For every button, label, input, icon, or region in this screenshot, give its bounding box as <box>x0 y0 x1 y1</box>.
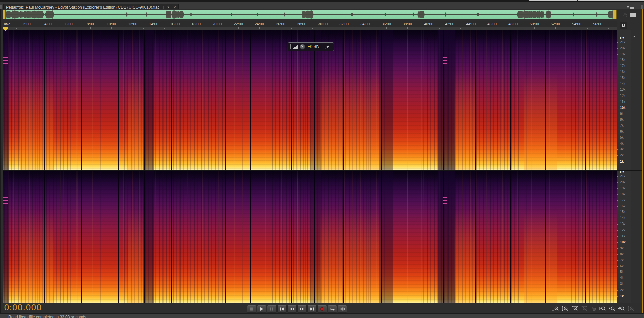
volume-unit-label: dB <box>314 45 319 49</box>
ruler-tick <box>355 28 355 29</box>
hot-zone <box>320 30 381 170</box>
ruler-time-label: 34:00 <box>360 22 370 26</box>
track-gap <box>118 30 119 170</box>
ruler-time-label: 46:00 <box>487 22 497 26</box>
scale-menu-chevron-icon[interactable] <box>633 36 636 37</box>
frequency-tick <box>617 236 618 237</box>
skip-to-start-button[interactable] <box>277 305 287 313</box>
ruler-time-label: 8:00 <box>87 22 94 26</box>
ruler-time-label: 6:00 <box>65 22 72 26</box>
ruler-time-label: 50:00 <box>530 22 539 26</box>
frequency-label: 17k <box>620 198 625 202</box>
skip-back-icon <box>279 307 285 311</box>
track-gap <box>545 30 546 170</box>
frequency-label: 3k <box>620 147 624 151</box>
snap-magnet-button[interactable] <box>620 22 627 29</box>
track-gap <box>250 30 251 170</box>
volume-knob[interactable] <box>300 44 305 50</box>
ruler-tick <box>397 28 397 29</box>
frequency-label: 20k <box>620 180 625 184</box>
tone-marker <box>443 63 447 64</box>
magnifier-icon <box>617 306 626 312</box>
frequency-label: 11k <box>620 100 625 104</box>
frequency-tick <box>617 278 618 278</box>
record-button[interactable] <box>317 305 327 313</box>
frequency-tick <box>617 224 618 225</box>
frequency-label: 1k <box>620 294 624 298</box>
frequency-tick <box>617 284 618 284</box>
frequency-tick <box>617 60 618 60</box>
frequency-tick <box>617 78 618 78</box>
spectrogram-channel-right[interactable] <box>3 171 617 303</box>
navigator-right-handle[interactable] <box>613 10 617 19</box>
zoom-in-at-in-point-button[interactable] <box>599 306 607 312</box>
frequency-label: 4k <box>620 276 624 280</box>
play-button[interactable] <box>257 305 266 313</box>
zoom-out-time-button[interactable] <box>580 306 588 312</box>
frequency-tick <box>617 248 618 249</box>
hud-grip-icon[interactable] <box>290 44 291 49</box>
ruler-tick <box>577 27 577 29</box>
quiet-zone <box>310 171 321 303</box>
frequency-label: 12k <box>620 228 625 232</box>
zoom-in-amplitude-button[interactable] <box>552 306 560 312</box>
skip-selection-button[interactable] <box>338 305 347 313</box>
pause-icon <box>269 307 275 311</box>
zoom-in-at-out-point-button[interactable] <box>608 306 616 312</box>
navigator-menu-icon[interactable] <box>630 13 636 17</box>
ruler-tick <box>365 27 365 29</box>
navigator-left-handle[interactable] <box>3 10 6 19</box>
ruler-tick <box>69 27 69 29</box>
ruler-time-label: 54:00 <box>572 22 581 26</box>
timeline-ruler[interactable]: чмс 2:004:006:008:0010:0012:0014:0016:00… <box>3 21 617 29</box>
frequency-tick <box>617 242 618 243</box>
ruler-tick <box>291 28 292 29</box>
pause-button[interactable] <box>267 305 277 313</box>
zoom-navigator[interactable] <box>3 10 617 19</box>
frequency-unit-label: Hz <box>620 170 624 174</box>
ruler-tick <box>386 27 387 29</box>
magnifier-icon <box>552 306 560 312</box>
skip-selection-icon <box>340 307 345 311</box>
ruler-tick <box>90 27 91 29</box>
rewind-button[interactable] <box>287 305 297 313</box>
magnifier-icon <box>620 12 628 18</box>
track-gap <box>144 30 145 170</box>
time-display[interactable]: 0:00.000 <box>4 303 42 313</box>
track-gap <box>381 30 382 170</box>
frequency-tick <box>617 54 618 55</box>
frequency-label: 7k <box>620 258 624 262</box>
ruler-tick <box>38 28 38 29</box>
frequency-label: 10k <box>620 106 626 110</box>
navigator-zoom-out-icon[interactable] <box>620 12 628 19</box>
pin-icon[interactable] <box>325 45 330 49</box>
volume-value[interactable]: +0 <box>308 44 312 49</box>
zoom-to-selection-button[interactable] <box>617 306 626 312</box>
zoom-out-amplitude-button[interactable] <box>561 306 569 312</box>
magnifier-icon <box>599 306 607 312</box>
frequency-tick <box>617 120 618 120</box>
ruler-tick <box>259 27 260 29</box>
magnifier-icon <box>589 306 597 312</box>
ruler-tick <box>175 27 175 29</box>
frequency-tick <box>617 149 618 150</box>
ruler-tick <box>80 28 80 29</box>
loop-playback-button[interactable] <box>328 305 337 313</box>
frequency-label: 11k <box>620 234 625 238</box>
frequency-label: 2k <box>620 153 624 157</box>
frequency-label: 19k <box>620 186 625 190</box>
frequency-label: 3k <box>620 282 624 286</box>
track-gap <box>291 171 292 303</box>
fast-forward-button[interactable] <box>297 305 307 313</box>
zoom-in-time-button[interactable] <box>571 306 579 312</box>
skip-to-end-button[interactable] <box>307 305 317 313</box>
record-icon <box>319 307 325 311</box>
spectrogram-channel-left[interactable] <box>3 30 617 170</box>
track-gap <box>343 30 344 170</box>
volume-hud[interactable]: +0 dB <box>288 42 334 51</box>
zoom-out-full-button[interactable] <box>589 306 597 312</box>
frequency-label: 6k <box>620 130 624 133</box>
stop-button[interactable] <box>247 305 256 313</box>
zoom-reset-button[interactable] <box>627 306 635 312</box>
ruler-tick <box>207 28 207 29</box>
